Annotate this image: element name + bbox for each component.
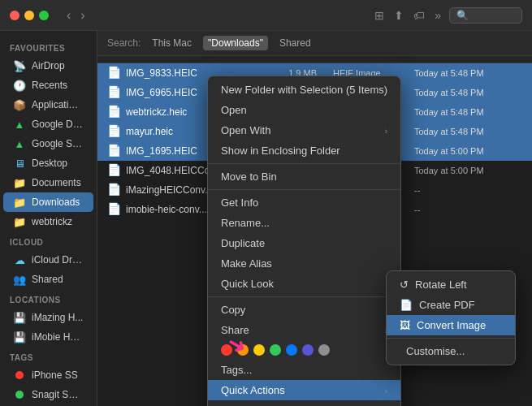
- menu-item-label: Move to Bin: [221, 171, 277, 183]
- menu-item-label: Quick Actions: [221, 384, 285, 396]
- sidebar-item-downloads[interactable]: 📁Downloads: [3, 192, 93, 212]
- submenu-item-create-pdf[interactable]: 📄Create PDF: [387, 295, 515, 315]
- sidebar-item-icon: [13, 388, 26, 401]
- menu-item-new-folder-with-selection--5-items-[interactable]: New Folder with Selection (5 Items): [208, 80, 400, 100]
- sidebar-item-documents[interactable]: 📁Documents: [3, 173, 93, 192]
- menu-item-open[interactable]: Open: [208, 100, 400, 120]
- menu-item-label: Rename...: [221, 217, 270, 229]
- sidebar-item-desktop[interactable]: 🖥Desktop: [3, 153, 93, 173]
- sidebar-item-label: Shared: [32, 274, 63, 285]
- search-box[interactable]: 🔍: [449, 7, 522, 24]
- menu-item-quick-actions[interactable]: Quick Actions›: [208, 380, 400, 400]
- sidebar-item-google-sync[interactable]: ▲Google Sync: [3, 134, 93, 153]
- file-date: Today at 5:00 PM: [414, 146, 522, 156]
- tab-this-mac[interactable]: This Mac: [147, 36, 197, 50]
- color-swatch-1[interactable]: [237, 344, 249, 356]
- file-date: Today at 5:00 PM: [414, 166, 522, 175]
- sidebar-item-label: Google Dri...: [32, 119, 84, 130]
- titlebar-actions: ⊞ ⬆ 🏷 » 🔍: [373, 7, 522, 24]
- color-swatch-3[interactable]: [270, 344, 281, 356]
- sidebar-item-google-dri---[interactable]: ▲Google Dri...: [3, 114, 93, 134]
- color-swatch-4[interactable]: [286, 344, 297, 356]
- close-button[interactable]: [10, 11, 19, 20]
- menu-separator: [208, 189, 400, 190]
- menu-item-tags---[interactable]: Tags...: [208, 360, 400, 380]
- menu-item-rename---[interactable]: Rename...: [208, 213, 400, 233]
- sidebar-item-snagit-saved[interactable]: Snagit Saved: [3, 385, 93, 404]
- sidebar-item-shared[interactable]: 👥Shared: [3, 270, 93, 289]
- minimize-button[interactable]: [24, 11, 34, 20]
- sidebar-item-webtrickz[interactable]: 📁webtrickz: [3, 212, 93, 231]
- menu-item-quick-look[interactable]: Quick Look: [208, 274, 400, 294]
- back-button[interactable]: ‹: [63, 6, 74, 24]
- submenu-arrow-icon: ›: [385, 126, 388, 136]
- sidebar-item-icon: ▲: [13, 118, 26, 131]
- more-icon[interactable]: »: [433, 7, 443, 24]
- menu-item-open-with[interactable]: Open With›: [208, 120, 400, 140]
- column-headers: [97, 56, 532, 63]
- sidebar-item-airdrop[interactable]: 📡AirDrop: [3, 56, 93, 76]
- tag-dot: [15, 391, 24, 399]
- menu-item-duplicate[interactable]: Duplicate: [208, 233, 400, 253]
- menu-item-make-alias[interactable]: Make Alias: [208, 253, 400, 274]
- menu-item-label: Share: [221, 324, 249, 336]
- nav-arrows: ‹ ›: [63, 6, 89, 24]
- tag-dot: [15, 371, 24, 379]
- tag-icon[interactable]: 🏷: [412, 7, 426, 24]
- menu-item-label: Open: [221, 104, 247, 116]
- sidebar-item-icloud-drive[interactable]: ☁iCloud Drive: [3, 250, 93, 270]
- color-swatches: [208, 340, 400, 360]
- file-icon: 📄: [107, 85, 122, 100]
- search-label: Search:: [107, 37, 141, 49]
- titlebar: ‹ › ⊞ ⬆ 🏷 » 🔍: [0, 0, 532, 31]
- submenu-item-convert-image[interactable]: 🖼Convert Image: [387, 315, 515, 335]
- content-area: Search: This Mac "Downloads" Shared 📄 IM…: [97, 31, 532, 406]
- forward-button[interactable]: ›: [77, 6, 88, 24]
- sidebar-item-recents[interactable]: 🕐Recents: [3, 76, 93, 95]
- color-swatch-5[interactable]: [302, 344, 314, 356]
- file-date: Today at 5:48 PM: [414, 68, 522, 78]
- sidebar-item-label: AirDrop: [32, 60, 65, 71]
- sidebar-item-icon: 📁: [13, 196, 26, 209]
- search-icon: 🔍: [456, 10, 469, 21]
- sidebar-item-icon: 🕐: [13, 79, 26, 92]
- submenu-item-customise---[interactable]: Customise...: [387, 341, 515, 361]
- sidebar-item-applications[interactable]: 📦Applications: [3, 95, 93, 114]
- sidebar-item-icon: [13, 369, 26, 382]
- menu-item-show-in-enclosing-folder[interactable]: Show in Enclosing Folder: [208, 140, 400, 161]
- menu-item-copy[interactable]: Copy: [208, 300, 400, 320]
- sidebar-item-label: Downloads: [32, 197, 80, 208]
- tab-shared[interactable]: Shared: [275, 36, 316, 50]
- file-icon: 📄: [107, 202, 122, 217]
- menu-item-label: New Folder with Selection (5 Items): [221, 84, 387, 96]
- menu-item-label: Show in Enclosing Folder: [221, 145, 340, 157]
- menu-item-share[interactable]: Share›: [208, 320, 400, 340]
- share-icon[interactable]: ⬆: [392, 7, 405, 24]
- menu-item-label: Tags...: [221, 364, 252, 376]
- sidebar-item-icon: 💾: [13, 311, 26, 324]
- menu-item-move-to-bin[interactable]: Move to Bin: [208, 166, 400, 187]
- color-swatch-6[interactable]: [318, 344, 330, 356]
- color-swatch-0[interactable]: [221, 344, 232, 356]
- sidebar-item-label: webtrickz: [32, 216, 72, 227]
- submenu-item-rotate-left[interactable]: ↺Rotate Left: [387, 274, 515, 295]
- menu-item-label: Duplicate: [221, 237, 265, 249]
- sidebar-item-imazing-h---[interactable]: 💾iMazing H...: [3, 308, 93, 327]
- menu-item-label: Get Info: [221, 197, 258, 209]
- sidebar-item-iphone-ss[interactable]: iPhone SS: [3, 365, 93, 385]
- sidebar-item-label: Snagit Saved: [32, 389, 84, 400]
- submenu-arrow-icon: ›: [385, 386, 388, 395]
- tab-downloads[interactable]: "Downloads": [203, 36, 268, 50]
- menu-item-get-info[interactable]: Get Info: [208, 192, 400, 213]
- file-icon: 📄: [107, 144, 122, 158]
- submenu-item-label: Rotate Left: [415, 279, 467, 291]
- sidebar-item-imobie-hei---[interactable]: 💾iMobie HEI...: [3, 327, 93, 347]
- maximize-button[interactable]: [39, 11, 49, 20]
- submenu-item-icon: 🖼: [400, 319, 410, 331]
- file-date: Today at 5:48 PM: [414, 107, 522, 117]
- grid-icon[interactable]: ⊞: [373, 7, 386, 24]
- sidebar-item-label: Desktop: [32, 158, 67, 169]
- sidebar-item-icon: 💾: [13, 330, 26, 343]
- color-swatch-2[interactable]: [253, 344, 265, 356]
- menu-item-set-desktop-picture[interactable]: Set Desktop Picture: [208, 400, 400, 406]
